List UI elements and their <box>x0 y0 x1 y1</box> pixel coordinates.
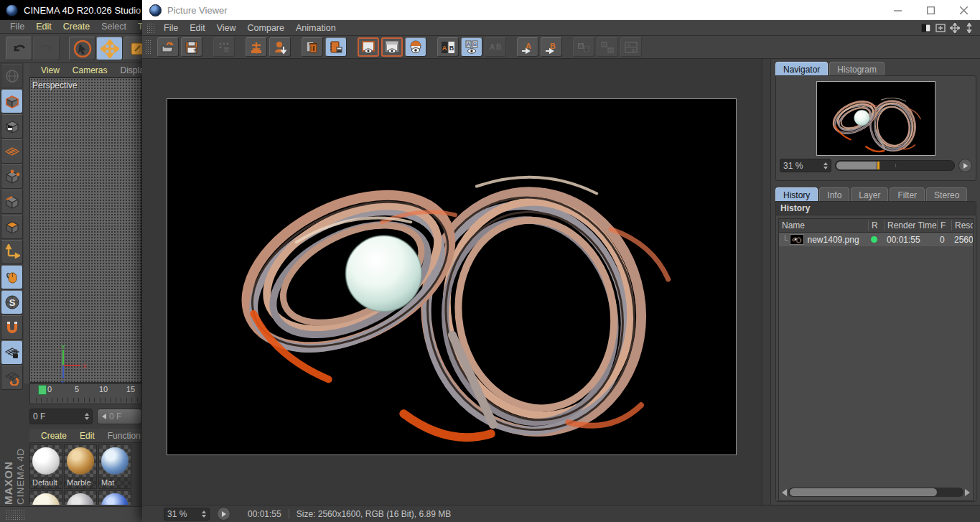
pv-menu-compare[interactable]: Compare <box>242 23 290 33</box>
tab-layer[interactable]: Layer <box>851 187 888 201</box>
material-mat[interactable]: Mat <box>98 444 131 489</box>
perspective-viewport[interactable]: Perspective Y X Z <box>29 78 142 383</box>
live-selection-button[interactable] <box>69 37 95 60</box>
pv-menu-view[interactable]: View <box>211 23 242 33</box>
material-marble[interactable]: Marble <box>64 444 97 489</box>
tab-history[interactable]: History <box>775 187 818 201</box>
col-r[interactable]: R <box>868 220 884 230</box>
resize-vertical-icon[interactable] <box>964 23 974 33</box>
polygons-mode-button[interactable] <box>1 215 23 239</box>
zoom-expand-button[interactable] <box>958 159 972 172</box>
ab-split-button[interactable]: AB <box>485 37 506 57</box>
status-play-button[interactable] <box>217 507 230 521</box>
menu-select[interactable]: Select <box>95 22 132 32</box>
dual-view-button[interactable] <box>381 37 403 57</box>
export-user-button[interactable] <box>269 37 291 57</box>
batch-render-button[interactable]: 12 <box>213 37 235 57</box>
save-button[interactable]: ? <box>181 37 202 57</box>
frame-slider[interactable]: 0 F <box>97 409 142 424</box>
rendered-image[interactable] <box>167 98 737 455</box>
tab-info[interactable]: Info <box>819 187 849 201</box>
material-default[interactable]: Default <box>29 444 62 489</box>
pv-menu-file[interactable]: File <box>158 23 184 33</box>
magnet-snap-button[interactable] <box>1 315 23 340</box>
rank-ab-button[interactable]: AB <box>620 37 642 57</box>
status-zoom-arrows[interactable] <box>202 511 206 518</box>
frame-number-field[interactable]: 0 F <box>29 409 93 424</box>
ab-compare-button[interactable]: AB <box>437 37 459 57</box>
frame-spinner-arrows[interactable] <box>85 413 89 420</box>
snap-button[interactable]: S <box>1 290 23 314</box>
timeline-playhead[interactable] <box>38 385 47 395</box>
undo-button[interactable] <box>6 37 32 60</box>
pv-canvas[interactable] <box>142 59 762 505</box>
texture-mode-button[interactable] <box>1 114 23 139</box>
add-pane-icon[interactable] <box>935 23 946 33</box>
material-row2-2[interactable] <box>98 490 131 505</box>
swap-ab-button[interactable]: AB <box>573 37 594 57</box>
close-button[interactable] <box>947 0 980 20</box>
maximize-button[interactable] <box>914 0 947 20</box>
scroll-right-arrow[interactable] <box>965 489 970 496</box>
enable-axis-button[interactable] <box>1 240 23 264</box>
dock-grip[interactable] <box>6 510 24 520</box>
viewport-menu-view[interactable]: View <box>35 65 65 75</box>
edges-mode-button[interactable] <box>1 190 23 214</box>
pv-titlebar[interactable]: Picture Viewer <box>142 0 980 20</box>
set-a-button[interactable]: A <box>517 37 538 57</box>
history-row[interactable]: └ new1409.png 00:01:55 0 2560x1 <box>779 233 973 246</box>
col-resolution[interactable]: Resoluti <box>951 220 973 230</box>
col-f[interactable]: F <box>937 220 951 230</box>
delete-image-button[interactable] <box>302 37 323 57</box>
navigator-thumbnail[interactable] <box>816 81 935 156</box>
viewport-menu-cameras[interactable]: Cameras <box>67 65 113 75</box>
set-b-button[interactable]: B <box>541 37 562 57</box>
redo-button[interactable] <box>33 37 60 60</box>
zoom-level-field[interactable]: 31 % <box>780 159 831 172</box>
open-button[interactable] <box>157 37 179 57</box>
make-editable-button[interactable] <box>1 64 23 88</box>
fullscreen-view-button[interactable] <box>405 37 426 57</box>
pv-panel-divider[interactable] <box>762 59 771 505</box>
points-mode-button[interactable] <box>1 164 23 189</box>
workplane-lock-button[interactable] <box>1 340 23 365</box>
scrollbar-thumb[interactable] <box>790 488 937 496</box>
model-mode-button[interactable] <box>1 89 23 113</box>
col-render-time[interactable]: Render Time <box>884 220 937 230</box>
tab-navigator[interactable]: Navigator <box>775 62 828 75</box>
link-ab-button[interactable]: AB <box>597 37 618 57</box>
workplane-mode-button[interactable] <box>1 139 23 164</box>
zoom-slider-marker[interactable] <box>877 162 879 169</box>
menu-create[interactable]: Create <box>57 22 96 32</box>
pv-toolbar-grip[interactable] <box>145 39 152 55</box>
tab-stereo[interactable]: Stereo <box>926 187 967 201</box>
material-row2-1[interactable] <box>64 490 97 505</box>
tab-filter[interactable]: Filter <box>890 187 925 201</box>
move-tool-button[interactable] <box>96 37 123 60</box>
pv-menu-grip[interactable] <box>146 23 155 33</box>
scroll-left-arrow[interactable] <box>782 489 787 496</box>
material-li[interactable]: Li <box>29 490 62 505</box>
ab-wipe-button[interactable]: AB <box>461 37 482 57</box>
pv-menu-edit[interactable]: Edit <box>184 23 211 33</box>
single-view-button[interactable] <box>358 37 379 57</box>
material-menu-function[interactable]: Function <box>102 431 146 441</box>
material-menu-create[interactable]: Create <box>35 431 73 441</box>
material-menu-edit[interactable]: Edit <box>74 431 101 441</box>
pv-menu-animation[interactable]: Animation <box>290 23 342 33</box>
menu-edit[interactable]: Edit <box>30 22 57 32</box>
minimize-button[interactable] <box>881 0 914 20</box>
image-manager-button[interactable] <box>325 37 347 57</box>
col-name[interactable]: Name <box>779 220 868 230</box>
status-zoom-field[interactable]: 31 % <box>164 508 210 521</box>
menu-file[interactable]: File <box>4 22 30 32</box>
panel-split-icon[interactable] <box>921 23 931 33</box>
move-image-button[interactable] <box>246 37 267 57</box>
timeline-ruler[interactable]: 0 5 10 15 <box>29 383 142 404</box>
viewport-solo-button[interactable] <box>1 265 23 289</box>
zoom-spinner-arrows[interactable] <box>823 162 828 169</box>
dock-move-icon[interactable] <box>950 23 960 33</box>
palette-grip[interactable] <box>24 63 29 383</box>
workplane-planar-button[interactable] <box>1 365 23 390</box>
history-horizontal-scrollbar[interactable] <box>782 486 970 498</box>
